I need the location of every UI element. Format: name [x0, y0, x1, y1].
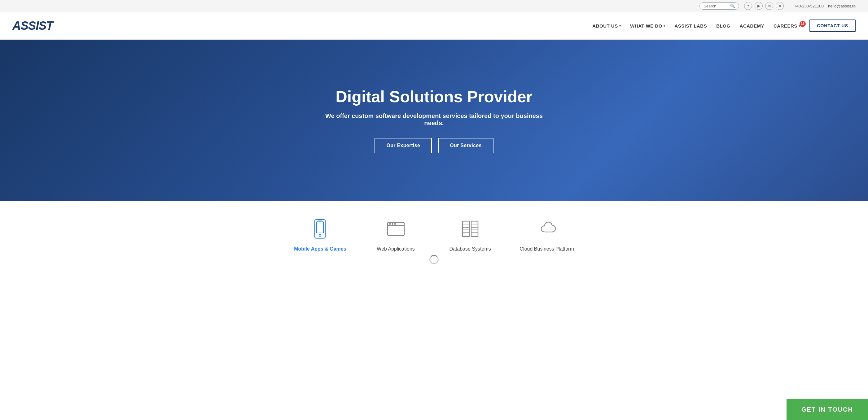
svg-rect-1	[317, 222, 323, 233]
svg-point-7	[392, 223, 393, 225]
nav-label-what-we-do: WHAT WE DO	[630, 23, 662, 29]
dropdown-arrow-about: ▾	[619, 24, 621, 28]
svg-rect-10	[471, 221, 478, 237]
nav-label-careers: CAREERS	[774, 23, 797, 29]
nav-item-academy[interactable]: ACADEMY	[740, 23, 764, 29]
logo-text: ASSIST	[12, 19, 53, 32]
web-icon	[383, 217, 408, 241]
cloud-label: Cloud Business Platform	[520, 246, 574, 252]
contact-info: +40-230-521100 hello@assist.ro	[794, 4, 856, 8]
nav-item-contact[interactable]: CONTACT US	[809, 20, 856, 32]
dropdown-arrow-what: ▾	[663, 24, 665, 28]
youtube-icon[interactable]: ▶	[755, 2, 763, 10]
hero-content: Digital Solutions Provider We offer cust…	[310, 88, 558, 153]
search-icon: 🔍	[730, 4, 735, 8]
hero-section: Digital Solutions Provider We offer cust…	[0, 40, 868, 201]
nav-label-blog: BLOG	[716, 23, 730, 29]
loading-spinner-area	[0, 252, 868, 264]
hero-subtitle: We offer custom software development ser…	[322, 112, 546, 127]
careers-badge: 16	[800, 21, 806, 27]
xing-icon[interactable]: ✕	[776, 2, 784, 10]
service-card-database[interactable]: Database Systems	[445, 217, 495, 252]
search-box[interactable]: 🔍	[700, 2, 739, 10]
nav-label-about: ABOUT US	[592, 23, 618, 29]
hero-title: Digital Solutions Provider	[322, 88, 546, 106]
mobile-icon	[308, 217, 332, 241]
svg-point-8	[394, 223, 396, 225]
email-address: hello@assist.ro	[828, 4, 856, 8]
navbar: ASSIST ABOUT US ▾ WHAT WE DO ▾ ASSIST LA…	[0, 12, 868, 40]
mobile-apps-label: Mobile Apps & Games	[294, 246, 346, 252]
loading-spinner	[429, 255, 439, 264]
social-icons: f ▶ in ✕	[744, 2, 784, 10]
nav-item-assist-labs[interactable]: ASSIST LABS	[675, 23, 707, 29]
nav-label-assist-labs: ASSIST LABS	[675, 23, 707, 29]
services-grid: Mobile Apps & Games Web Applications	[217, 217, 651, 252]
service-card-mobile[interactable]: Mobile Apps & Games	[294, 217, 346, 252]
svg-rect-9	[463, 221, 469, 237]
web-apps-label: Web Applications	[377, 246, 414, 252]
service-card-cloud[interactable]: Cloud Business Platform	[520, 217, 574, 252]
nav-item-what-we-do[interactable]: WHAT WE DO ▾	[630, 23, 665, 29]
phone-number: +40-230-521100	[794, 4, 824, 8]
services-section: Mobile Apps & Games Web Applications	[0, 201, 868, 277]
nav-item-blog[interactable]: BLOG	[716, 23, 730, 29]
search-input[interactable]	[704, 4, 728, 8]
cloud-icon	[534, 217, 559, 241]
database-icon	[458, 217, 483, 241]
svg-point-2	[319, 234, 321, 236]
linkedin-icon[interactable]: in	[765, 2, 773, 10]
logo[interactable]: ASSIST	[12, 19, 53, 33]
nav-item-careers[interactable]: CAREERS 16 ▾	[774, 23, 800, 29]
facebook-icon[interactable]: f	[744, 2, 752, 10]
nav-links: ABOUT US ▾ WHAT WE DO ▾ ASSIST LABS BLOG…	[592, 20, 856, 32]
service-card-web[interactable]: Web Applications	[371, 217, 421, 252]
our-expertise-button[interactable]: Our Expertise	[374, 138, 432, 153]
contact-button[interactable]: CONTACT US	[809, 20, 856, 32]
divider	[789, 3, 789, 8]
svg-point-6	[389, 223, 391, 225]
hero-buttons: Our Expertise Our Services	[322, 138, 546, 153]
our-services-button[interactable]: Our Services	[438, 138, 493, 153]
nav-item-about[interactable]: ABOUT US ▾	[592, 23, 621, 29]
database-label: Database Systems	[449, 246, 491, 252]
top-bar: 🔍 f ▶ in ✕ +40-230-521100 hello@assist.r…	[0, 0, 868, 12]
nav-label-academy: ACADEMY	[740, 23, 764, 29]
